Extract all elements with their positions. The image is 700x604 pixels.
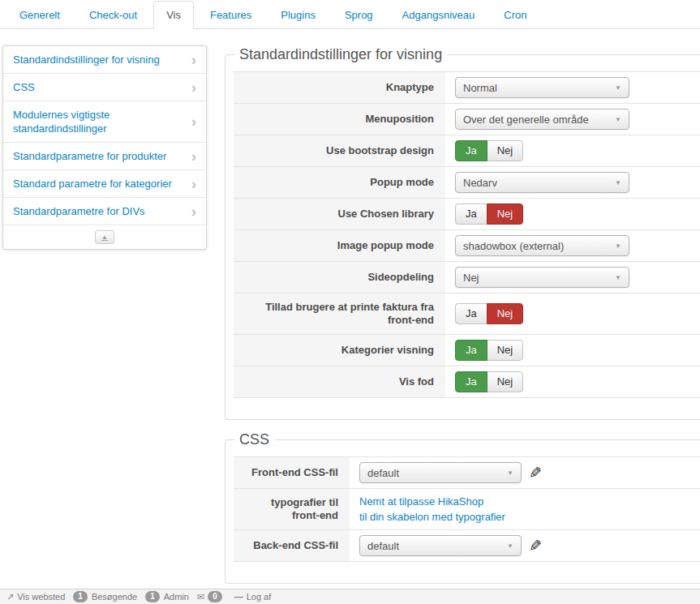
messages-status[interactable]: ✉ 0 xyxy=(197,591,226,602)
tab-features[interactable]: Features xyxy=(197,1,264,29)
admin-status-bar: ↗ Vis websted 1 Besøgende 1 Admin ✉ 0 — … xyxy=(0,589,700,604)
chevron-right-icon: › xyxy=(191,116,196,127)
toggle-yes-button[interactable]: Ja xyxy=(455,303,487,324)
setting-label: Sideopdeling xyxy=(234,262,445,293)
collapse-up-icon: ▲ xyxy=(101,233,108,241)
caret-down-icon: ▼ xyxy=(615,179,621,186)
setting-label: Back-end CSS-fil xyxy=(234,530,350,562)
toggle-no-button[interactable]: Nej xyxy=(487,303,524,324)
setting-label: Use Chosen library xyxy=(234,199,445,230)
logout-link[interactable]: — Log af xyxy=(234,592,272,602)
messages-count-badge: 0 xyxy=(208,591,222,602)
sidebar-item-label: Standard parametre for kategorier xyxy=(13,177,172,191)
admin-label: Admin xyxy=(164,592,189,602)
edit-backend-css-icon[interactable]: ✎ xyxy=(529,537,542,555)
visitors-count-badge: 1 xyxy=(73,591,88,602)
toggle-yes-button[interactable]: Ja xyxy=(455,371,487,392)
knaptype-select[interactable]: Normal ▼ xyxy=(455,77,629,98)
setting-label: Use bootstrap design xyxy=(234,135,445,167)
select-value: shadowbox (external) xyxy=(463,240,564,252)
toggle-no-button[interactable]: Nej xyxy=(487,371,524,392)
setting-row-print-invoice: Tillad brugere at printe faktura fra fro… xyxy=(234,293,700,335)
select-value: Nedarv xyxy=(463,177,497,189)
toggle-yes-button[interactable]: Ja xyxy=(455,203,487,225)
setting-label: Kategorier visning xyxy=(234,335,445,366)
typography-link-line2[interactable]: til din skabelon med typografier xyxy=(359,509,690,525)
backend-css-select[interactable]: default ▼ xyxy=(359,535,522,556)
setting-row-backend-css: Back-end CSS-fil default ▼ ✎ xyxy=(234,530,700,562)
section-display-settings: Standardindstillinger for visning Knapty… xyxy=(225,46,700,420)
caret-down-icon: ▼ xyxy=(615,116,621,123)
chevron-right-icon: › xyxy=(191,178,196,190)
setting-row-chosen-library: Use Chosen library Ja Nej xyxy=(234,199,700,230)
toggle-no-button[interactable]: Nej xyxy=(487,340,524,361)
caret-down-icon: ▼ xyxy=(507,469,513,477)
settings-sidebar: Standardindstillinger for visning › CSS … xyxy=(2,45,207,250)
toggle-yes-button[interactable]: Ja xyxy=(455,340,487,361)
menuposition-select[interactable]: Over det generelle område ▼ xyxy=(455,109,629,130)
setting-label: typografier til front-end xyxy=(234,489,350,530)
visitors-status[interactable]: 1 Besøgende xyxy=(73,591,137,602)
setting-row-frontend-css: Front-end CSS-fil default ▼ ✎ xyxy=(234,457,700,489)
caret-down-icon: ▼ xyxy=(615,242,621,250)
caret-down-icon: ▼ xyxy=(507,542,513,550)
config-tab-bar: Generelt Check-out Vis Features Plugins … xyxy=(0,0,700,29)
setting-label: Vis fod xyxy=(234,366,445,398)
select-value: Over det generelle område xyxy=(463,114,589,126)
external-link-icon: ↗ xyxy=(6,592,14,602)
tab-adgangsniveau[interactable]: Adgangsniveau xyxy=(389,1,488,29)
edit-frontend-css-icon[interactable]: ✎ xyxy=(529,464,542,482)
tab-check-out[interactable]: Check-out xyxy=(76,1,150,29)
setting-row-knaptype: Knaptype Normal ▼ xyxy=(234,72,700,104)
admin-status[interactable]: 1 Admin xyxy=(145,591,189,602)
setting-label: Image popup mode xyxy=(234,230,445,262)
sidebar-item-modules[interactable]: Modulernes vigtigste standardindstilling… xyxy=(3,101,206,143)
sidebar-item-display-settings[interactable]: Standardindstillinger for visning › xyxy=(3,46,206,74)
sidebar-item-css[interactable]: CSS › xyxy=(3,74,206,101)
setting-row-bootstrap-design: Use bootstrap design Ja Nej xyxy=(234,135,700,167)
toggle-yes-button[interactable]: Ja xyxy=(455,140,487,161)
setting-row-kategorier-visning: Kategorier visning Ja Nej xyxy=(234,335,700,366)
logout-dash-icon: — xyxy=(234,592,243,602)
tab-generelt[interactable]: Generelt xyxy=(6,1,73,29)
setting-row-typography: typografier til front-end Nemt at tilpas… xyxy=(234,489,700,530)
sidebar-item-label: Standardindstillinger for visning xyxy=(13,53,160,66)
logout-label: Log af xyxy=(247,592,272,602)
section-title: CSS xyxy=(235,431,275,448)
setting-label: Knaptype xyxy=(234,72,445,104)
collapse-up-button[interactable]: ▲ xyxy=(95,230,114,244)
chevron-right-icon: › xyxy=(191,54,196,66)
typography-link-line1[interactable]: Nemt at tilpasse HikaShop xyxy=(359,494,690,509)
toggle-no-button[interactable]: Nej xyxy=(487,140,524,161)
sidebar-item-category-params[interactable]: Standard parametre for kategorier › xyxy=(3,170,206,198)
setting-row-popup-mode: Popup mode Nedarv ▼ xyxy=(234,167,700,199)
settings-table: Knaptype Normal ▼ Menuposition Over det … xyxy=(234,71,700,398)
view-site-label: Vis websted xyxy=(17,592,65,602)
tab-sprog[interactable]: Sprog xyxy=(332,1,386,29)
tab-plugins[interactable]: Plugins xyxy=(268,1,329,29)
settings-table: Front-end CSS-fil default ▼ ✎ typografie… xyxy=(234,456,700,562)
image-popup-mode-select[interactable]: shadowbox (external) ▼ xyxy=(455,235,629,256)
toggle-no-button[interactable]: Nej xyxy=(487,203,524,225)
select-value: Normal xyxy=(463,82,497,94)
setting-row-sideopdeling: Sideopdeling Nej ▼ xyxy=(234,262,700,293)
chevron-right-icon: › xyxy=(191,206,196,217)
chevron-right-icon: › xyxy=(191,82,196,93)
caret-down-icon: ▼ xyxy=(615,274,621,281)
visitors-label: Besøgende xyxy=(92,592,137,602)
setting-label: Tillad brugere at printe faktura fra fro… xyxy=(234,293,445,335)
sideopdeling-select[interactable]: Nej ▼ xyxy=(455,267,629,288)
sidebar-item-div-params[interactable]: Standardparametre for DIVs › xyxy=(3,198,206,225)
section-css: CSS Front-end CSS-fil default ▼ ✎ typogr… xyxy=(225,431,700,584)
select-value: default xyxy=(367,540,399,552)
select-value: default xyxy=(367,467,399,479)
popup-mode-select[interactable]: Nedarv ▼ xyxy=(455,172,629,193)
frontend-css-select[interactable]: default ▼ xyxy=(359,462,522,483)
envelope-icon: ✉ xyxy=(197,592,204,602)
sidebar-footer: ▲ xyxy=(3,225,206,249)
tab-vis[interactable]: Vis xyxy=(153,1,194,29)
tab-cron[interactable]: Cron xyxy=(491,1,539,29)
view-site-link[interactable]: ↗ Vis websted xyxy=(6,592,65,602)
sidebar-item-product-params[interactable]: Standardparametre for produkter › xyxy=(3,143,206,170)
sidebar-item-label: CSS xyxy=(13,80,35,94)
